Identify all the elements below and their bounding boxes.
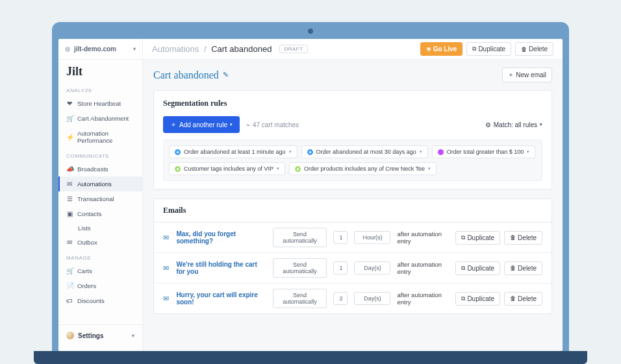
rule-color-icon bbox=[175, 166, 181, 172]
segmentation-panel: Segmentation rules ＋ Add another rule ▾ … bbox=[153, 90, 552, 189]
cart-icon: 🛒 bbox=[66, 115, 73, 122]
sidebar-sub-lists[interactable]: Lists bbox=[58, 221, 142, 235]
sidebar-settings[interactable]: Settings ▾ bbox=[58, 324, 142, 346]
duplicate-button[interactable]: ⧉ Duplicate bbox=[466, 42, 511, 56]
rule-color-icon bbox=[175, 149, 181, 155]
row-delete-button[interactable]: 🗑Delete bbox=[504, 261, 542, 275]
after-label: after automation entry bbox=[397, 230, 449, 245]
rule-chip[interactable]: Order total greater than $ 100 ▾ bbox=[432, 145, 536, 158]
rule-chip[interactable]: Order abandoned at least 1 minute ago ▾ bbox=[169, 145, 298, 158]
delay-qty-input[interactable]: 2 bbox=[333, 292, 348, 305]
rule-text: Order total greater than $ 100 bbox=[447, 149, 524, 155]
sidebar-item-orders[interactable]: 📄 Orders bbox=[58, 278, 142, 293]
domain-label: jilt-demo.com bbox=[74, 45, 116, 53]
row-duplicate-button[interactable]: ⧉Duplicate bbox=[455, 231, 500, 245]
add-rule-label: Add another rule bbox=[179, 121, 227, 128]
email-row: ✉ Hurry, your cart will expire soon! Sen… bbox=[154, 284, 551, 313]
send-mode-select[interactable]: Send automatically bbox=[273, 258, 327, 278]
new-email-button[interactable]: ＋ New email bbox=[502, 67, 552, 82]
file-icon: 📄 bbox=[66, 282, 73, 289]
after-label: after automation entry bbox=[397, 261, 449, 275]
breadcrumb: Automations / Cart abandoned bbox=[152, 44, 272, 54]
sidebar-item-label: Automations bbox=[77, 180, 112, 188]
send-mode-select[interactable]: Send automatically bbox=[273, 228, 327, 247]
rule-text: Order abandoned at most 30 days ago bbox=[316, 149, 416, 155]
nav-section-analyze: ANALYZE bbox=[58, 82, 142, 96]
nav-section-manage: MANAGE bbox=[58, 250, 142, 263]
delete-button[interactable]: 🗑 Delete bbox=[515, 42, 553, 56]
row-delete-button[interactable]: 🗑Delete bbox=[504, 292, 542, 306]
brand-logo: Jilt bbox=[58, 65, 142, 82]
send-mode-select[interactable]: Send automatically bbox=[273, 289, 327, 308]
delay-unit-select[interactable]: Hour(s) bbox=[354, 231, 390, 244]
new-email-label: New email bbox=[516, 71, 546, 79]
row-duplicate-button[interactable]: ⧉Duplicate bbox=[455, 261, 500, 275]
delay-qty-input[interactable]: 1 bbox=[333, 231, 348, 244]
row-delete-button[interactable]: 🗑Delete bbox=[504, 231, 542, 245]
domain-switcher[interactable]: jilt-demo.com ▾ bbox=[58, 39, 143, 59]
trash-icon: 🗑 bbox=[521, 46, 527, 53]
chevron-down-icon: ▾ bbox=[527, 149, 529, 154]
segmentation-toolbar: ＋ Add another rule ▾ ⌁ 47 cart matches ⚙… bbox=[163, 116, 542, 133]
list-icon: ☰ bbox=[66, 195, 73, 202]
duplicate-label: Duplicate bbox=[467, 295, 494, 302]
sidebar-item-label: Automation Performance bbox=[77, 130, 134, 144]
device-base bbox=[34, 351, 587, 364]
sidebar-item-contacts[interactable]: ▣ Contacts bbox=[58, 206, 142, 221]
matches-count[interactable]: ⌁ 47 cart matches bbox=[246, 121, 299, 128]
sidebar-item-label: Contacts bbox=[77, 210, 102, 217]
segmentation-title: Segmentation rules bbox=[163, 99, 542, 108]
row-duplicate-button[interactable]: ⧉Duplicate bbox=[455, 292, 500, 306]
crumb-current: Cart abandoned bbox=[211, 44, 272, 54]
sidebar-item-heartbeat[interactable]: ❤ Store Heartbeat bbox=[58, 96, 142, 111]
sidebar-item-carts[interactable]: 🛒 Carts bbox=[58, 263, 142, 278]
add-rule-button[interactable]: ＋ Add another rule ▾ bbox=[163, 116, 240, 133]
bolt-icon: ⚡ bbox=[66, 134, 73, 141]
sidebar-item-broadcasts[interactable]: 📣 Broadcasts bbox=[58, 162, 142, 176]
email-row: ✉ Max, did you forget something? Send au… bbox=[154, 223, 551, 253]
sidebar-item-abandonment[interactable]: 🛒 Cart Abandonment bbox=[58, 111, 142, 126]
delay-unit-select[interactable]: Day(s) bbox=[354, 292, 390, 305]
delete-label: Delete bbox=[518, 234, 537, 241]
sidebar-item-outbox[interactable]: ✉ Outbox bbox=[58, 235, 142, 250]
go-live-label: Go Live bbox=[433, 45, 457, 53]
rule-chip[interactable]: Order products includes any of Crew Neck… bbox=[289, 162, 437, 175]
delay-unit-select[interactable]: Day(s) bbox=[354, 261, 390, 274]
rule-chip[interactable]: Order abandoned at most 30 days ago ▾ bbox=[301, 145, 428, 158]
email-link[interactable]: Max, did you forget something? bbox=[176, 230, 266, 245]
sidebar-item-automations[interactable]: ✉ Automations bbox=[58, 176, 142, 191]
sidebar-item-discounts[interactable]: 🏷 Discounts bbox=[58, 293, 142, 308]
plus-icon: ＋ bbox=[508, 71, 514, 79]
copy-icon: ⧉ bbox=[472, 45, 476, 53]
go-live-button[interactable]: ☀ Go Live bbox=[420, 42, 463, 56]
envelope-icon: ✉ bbox=[163, 264, 170, 273]
copy-icon: ⧉ bbox=[461, 265, 465, 272]
sidebar-item-label: Store Heartbeat bbox=[77, 100, 121, 107]
match-mode[interactable]: ⚙ Match: all rules ▾ bbox=[485, 121, 542, 128]
email-link[interactable]: We're still holding the cart for you bbox=[176, 261, 266, 275]
sun-icon: ☀ bbox=[426, 46, 431, 53]
megaphone-icon: 📣 bbox=[66, 165, 73, 173]
edit-icon[interactable]: ✎ bbox=[223, 71, 229, 79]
delete-label: Delete bbox=[518, 295, 537, 302]
group-icon: ⌁ bbox=[246, 121, 250, 128]
page-header: Cart abandoned ✎ ＋ New email bbox=[153, 67, 552, 82]
duplicate-label: Duplicate bbox=[478, 45, 505, 53]
email-link[interactable]: Hurry, your cart will expire soon! bbox=[176, 291, 266, 306]
copy-icon: ⧉ bbox=[461, 295, 465, 302]
sidebar-item-label: Carts bbox=[77, 267, 92, 274]
delay-qty-input[interactable]: 1 bbox=[333, 261, 348, 274]
paper-plane-icon: ✉ bbox=[66, 180, 73, 188]
rule-chip[interactable]: Customer tags includes any of VIP ▾ bbox=[169, 162, 285, 175]
cart-icon: 🛒 bbox=[66, 267, 73, 274]
after-label: after automation entry bbox=[397, 291, 449, 306]
sidebar-item-performance[interactable]: ⚡ Automation Performance bbox=[58, 126, 142, 148]
avatar bbox=[66, 332, 74, 339]
envelope-icon: ✉ bbox=[66, 239, 73, 246]
rules-container: Order abandoned at least 1 minute ago ▾ … bbox=[163, 140, 542, 181]
gear-icon: ⚙ bbox=[485, 121, 491, 128]
chevron-down-icon: ▾ bbox=[540, 122, 542, 127]
topbar-content: Automations / Cart abandoned DRAFT ☀ Go … bbox=[143, 39, 563, 59]
crumb-root[interactable]: Automations bbox=[152, 44, 199, 54]
sidebar-item-transactional[interactable]: ☰ Transactional bbox=[58, 191, 142, 206]
